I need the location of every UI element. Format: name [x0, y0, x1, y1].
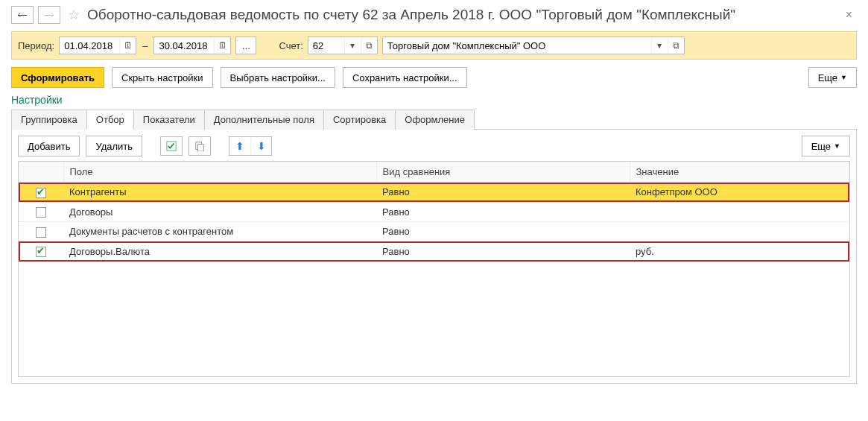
column-field: Поле — [63, 162, 376, 183]
table-row[interactable]: Документы расчетов с контрагентомРавно — [19, 222, 849, 242]
settings-tabs: Группировка Отбор Показатели Дополнитель… — [11, 109, 857, 130]
filter-toolbar: Добавить Удалить ⬆ ⬇ Еще ▼ — [18, 136, 850, 156]
period-to-input[interactable] — [154, 37, 214, 54]
chevron-down-icon: ▼ — [840, 74, 847, 81]
more-actions-label: Еще — [818, 72, 837, 83]
row-checkbox-cell[interactable] — [19, 222, 63, 242]
row-field[interactable]: Документы расчетов с контрагентом — [63, 222, 376, 242]
filter-table-container: Поле Вид сравнения Значение КонтрагентыР… — [18, 161, 850, 377]
tab-design[interactable]: Оформление — [395, 110, 475, 130]
filter-more-label: Еще — [811, 141, 831, 152]
period-from-field[interactable]: 🗓 — [59, 37, 136, 54]
close-icon[interactable]: × — [841, 8, 857, 22]
tab-sorting[interactable]: Сортировка — [323, 110, 396, 130]
choose-settings-button[interactable]: Выбрать настройки... — [221, 67, 335, 88]
period-label: Период: — [18, 40, 54, 51]
save-settings-button[interactable]: Сохранить настройки... — [343, 67, 467, 88]
svg-rect-2 — [197, 144, 203, 151]
checkbox-icon[interactable] — [36, 247, 46, 257]
checkbox-icon[interactable] — [36, 188, 46, 198]
tab-grouping[interactable]: Группировка — [11, 110, 87, 130]
row-field[interactable]: Договоры.Валюта — [63, 241, 376, 262]
table-row[interactable]: КонтрагентыРавноКонфетпром ООО — [19, 183, 849, 203]
period-picker-button[interactable]: ... — [235, 37, 256, 54]
open-external-icon[interactable]: ⧉ — [361, 37, 377, 54]
settings-section-title: Настройки — [11, 94, 857, 106]
check-all-icon[interactable] — [160, 136, 183, 156]
delete-filter-button[interactable]: Удалить — [86, 136, 142, 156]
column-check — [19, 162, 63, 183]
chevron-down-icon[interactable]: ▾ — [344, 37, 361, 54]
move-down-icon[interactable]: ⬇ — [250, 137, 271, 155]
title-bar: 🡐 🡒 ☆ Оборотно-сальдовая ведомость по сч… — [11, 6, 857, 24]
checkbox-icon[interactable] — [36, 227, 46, 238]
copy-icon[interactable] — [189, 136, 211, 156]
chevron-down-icon: ▼ — [834, 142, 840, 150]
period-to-field[interactable]: 🗓 — [153, 37, 231, 54]
row-checkbox-cell[interactable] — [19, 241, 63, 262]
run-report-button[interactable]: Сформировать — [11, 67, 104, 88]
open-external-icon[interactable]: ⧉ — [668, 37, 684, 54]
organization-input[interactable] — [383, 37, 651, 54]
row-value[interactable] — [630, 202, 849, 222]
tab-indicators[interactable]: Показатели — [133, 110, 205, 130]
row-checkbox-cell[interactable] — [19, 202, 63, 222]
calendar-icon[interactable]: 🗓 — [119, 37, 136, 54]
row-checkbox-cell[interactable] — [19, 183, 63, 203]
organization-combo[interactable]: ▾ ⧉ — [382, 37, 685, 54]
column-comparison: Вид сравнения — [376, 162, 630, 183]
checkbox-icon[interactable] — [36, 207, 46, 218]
column-value: Значение — [630, 162, 849, 183]
row-comparison[interactable]: Равно — [376, 241, 630, 262]
row-value[interactable]: Конфетпром ООО — [630, 183, 849, 203]
filter-more-button[interactable]: Еще ▼ — [802, 136, 850, 156]
more-actions-button[interactable]: Еще ▼ — [808, 67, 857, 88]
row-comparison[interactable]: Равно — [376, 183, 630, 203]
move-up-down-group: ⬆ ⬇ — [229, 136, 272, 156]
period-dash: – — [142, 40, 148, 51]
row-comparison[interactable]: Равно — [376, 202, 630, 222]
filter-table: Поле Вид сравнения Значение КонтрагентыР… — [19, 162, 849, 262]
row-value[interactable]: руб. — [630, 241, 849, 262]
period-from-input[interactable] — [60, 37, 119, 54]
nav-back-button[interactable]: 🡐 — [11, 6, 34, 24]
calendar-icon[interactable]: 🗓 — [214, 37, 230, 54]
chevron-down-icon[interactable]: ▾ — [651, 37, 668, 54]
account-label: Счет: — [279, 40, 302, 51]
page-title: Оборотно-сальдовая ведомость по счету 62… — [87, 7, 837, 23]
filter-tab-panel: Добавить Удалить ⬆ ⬇ Еще ▼ Поле Вид срав… — [11, 130, 857, 384]
hide-settings-button[interactable]: Скрыть настройки — [112, 67, 213, 88]
table-row[interactable]: ДоговорыРавно — [19, 202, 849, 222]
account-input[interactable] — [308, 37, 344, 54]
account-combo[interactable]: ▾ ⧉ — [308, 37, 378, 54]
row-field[interactable]: Контрагенты — [63, 183, 376, 203]
tab-filter[interactable]: Отбор — [86, 110, 134, 130]
add-filter-button[interactable]: Добавить — [18, 136, 80, 156]
tab-extra-fields[interactable]: Дополнительные поля — [204, 110, 324, 130]
action-row: Сформировать Скрыть настройки Выбрать на… — [11, 67, 857, 88]
nav-forward-button[interactable]: 🡒 — [38, 6, 60, 24]
period-filter-bar: Период: 🗓 – 🗓 ... Счет: ▾ ⧉ ▾ ⧉ — [11, 31, 857, 60]
row-value[interactable] — [630, 222, 849, 242]
row-comparison[interactable]: Равно — [376, 222, 630, 242]
move-up-icon[interactable]: ⬆ — [229, 137, 250, 155]
favorite-star-icon[interactable]: ☆ — [68, 7, 80, 23]
row-field[interactable]: Договоры — [63, 202, 376, 222]
table-row[interactable]: Договоры.ВалютаРавноруб. — [19, 241, 849, 262]
